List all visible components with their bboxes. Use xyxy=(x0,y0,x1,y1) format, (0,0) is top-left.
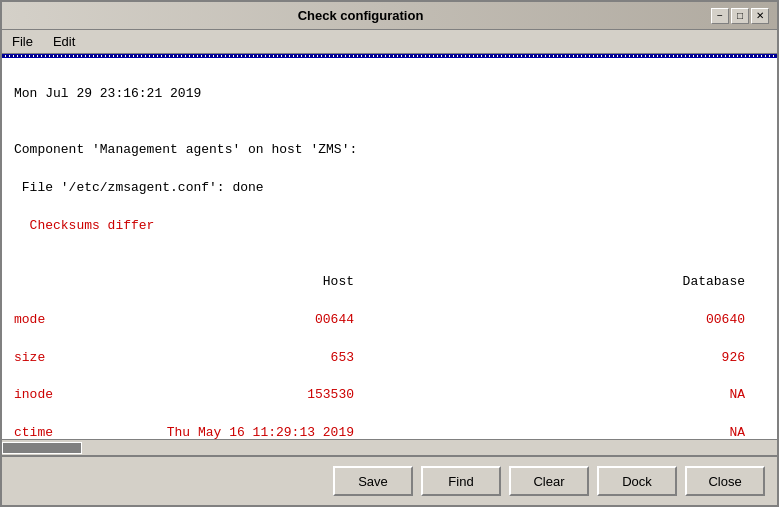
row-mode: mode 00644 00640 xyxy=(14,311,765,330)
h-scroll-track[interactable] xyxy=(2,441,777,455)
timestamp-line: Mon Jul 29 23:16:21 2019 xyxy=(14,85,765,104)
checksums-line: Checksums differ xyxy=(14,217,765,236)
menu-file[interactable]: File xyxy=(6,32,39,51)
minimize-button[interactable]: − xyxy=(711,8,729,24)
menu-edit[interactable]: Edit xyxy=(47,32,81,51)
close-button[interactable]: Close xyxy=(685,466,765,496)
content-area: Mon Jul 29 23:16:21 2019 Component 'Mana… xyxy=(2,58,777,455)
dock-button[interactable]: Dock xyxy=(597,466,677,496)
find-button[interactable]: Find xyxy=(421,466,501,496)
title-bar: Check configuration − □ ✕ xyxy=(2,2,777,30)
maximize-button[interactable]: □ xyxy=(731,8,749,24)
bottom-bar: Save Find Clear Dock Close xyxy=(2,455,777,505)
menu-bar: File Edit xyxy=(2,30,777,54)
main-window: Check configuration − □ ✕ File Edit Mon … xyxy=(0,0,779,507)
file-line: File '/etc/zmsagent.conf': done xyxy=(14,179,765,198)
component-line: Component 'Management agents' on host 'Z… xyxy=(14,141,765,160)
row-ctime: ctime Thu May 16 11:29:13 2019 NA xyxy=(14,424,765,439)
title-controls: − □ ✕ xyxy=(711,8,769,24)
h-scroll-thumb[interactable] xyxy=(2,442,82,454)
horizontal-scrollbar[interactable] xyxy=(2,439,777,455)
save-button[interactable]: Save xyxy=(333,466,413,496)
row-size: size 653 926 xyxy=(14,349,765,368)
close-title-button[interactable]: ✕ xyxy=(751,8,769,24)
db-col-header: Database xyxy=(414,273,765,292)
label-col-header xyxy=(14,273,134,292)
text-output[interactable]: Mon Jul 29 23:16:21 2019 Component 'Mana… xyxy=(2,58,777,439)
window-title: Check configuration xyxy=(10,8,711,23)
clear-button[interactable]: Clear xyxy=(509,466,589,496)
host-col-header: Host xyxy=(134,273,414,292)
row-inode: inode 153530 NA xyxy=(14,386,765,405)
